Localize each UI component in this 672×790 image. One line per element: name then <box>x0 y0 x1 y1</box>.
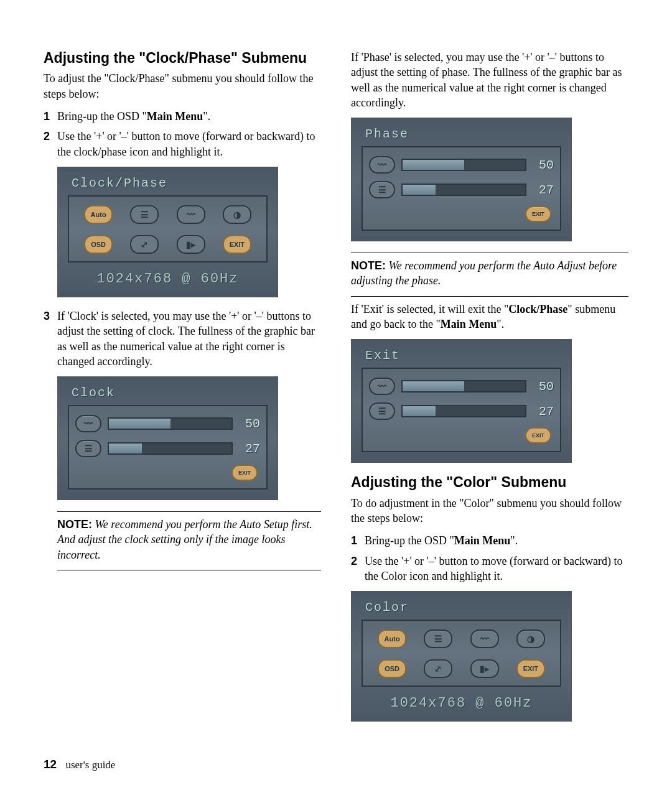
exit-icon: EXIT <box>231 465 258 481</box>
color-icon: ◑ <box>223 205 251 224</box>
note-separator <box>351 253 628 253</box>
exit-paragraph: If 'Exit' is selected, it will exit the … <box>351 302 628 332</box>
info-icon: ▮▸ <box>470 659 499 678</box>
wave-icon: 〰 <box>177 205 205 224</box>
phase-bar <box>401 184 526 196</box>
page-number: 12 <box>44 758 57 771</box>
exit-icon: EXIT <box>516 659 545 678</box>
osd-screenshot-clockphase-menu: Clock/Phase Auto ☰ 〰 ◑ OSD ⤢ ▮▸ EXIT 102… <box>57 167 278 297</box>
wave-icon: 〰 <box>369 156 395 174</box>
step1-part-a: Bring-up the OSD " <box>57 110 147 123</box>
list-icon: ☰ <box>369 181 395 198</box>
osd-title-color: Color <box>365 600 561 615</box>
info-icon: ▮▸ <box>177 235 205 254</box>
phase-value: 27 <box>533 183 554 197</box>
note-auto-adjust: NOTE: We recommend you perform the Auto … <box>351 258 628 289</box>
note-label: NOTE: <box>351 259 386 272</box>
exit-icon: EXIT <box>525 427 551 444</box>
phase-value: 27 <box>533 404 554 419</box>
auto-icon: Auto <box>84 205 113 224</box>
intro-clockphase: To adjust the "Clock/Phase" submenu you … <box>44 71 321 101</box>
phase-intro: If 'Phase' is selected, you may use the … <box>351 50 628 110</box>
list-icon: ☰ <box>130 205 159 224</box>
phase-bar <box>401 405 526 417</box>
note-separator <box>351 296 628 297</box>
cstep1-a: Bring-up the OSD " <box>365 534 454 547</box>
osd-screenshot-phase: Phase 〰 50 ☰ 27 EXIT <box>351 118 572 241</box>
note-text: We recommend you perform the Auto Adjust… <box>351 259 617 287</box>
step-1: Bring-up the OSD "Main Menu". <box>44 109 321 124</box>
wave-icon: 〰 <box>369 378 395 395</box>
note-text: We recommend you perform the Auto Setup … <box>57 518 312 561</box>
osd-title-exit: Exit <box>365 348 561 363</box>
exit-text-e: ". <box>497 318 504 330</box>
color-icon: ◑ <box>516 630 545 648</box>
osd-screenshot-exit: Exit 〰 50 ☰ 27 EXIT <box>351 339 572 463</box>
clock-bar <box>401 159 526 171</box>
expand-icon: ⤢ <box>424 659 452 678</box>
osd-screenshot-color-menu: Color Auto ☰ 〰 ◑ OSD ⤢ ▮▸ EXIT 1024x768 … <box>351 591 572 722</box>
note-label: NOTE: <box>57 518 92 531</box>
clock-value: 50 <box>533 158 554 172</box>
wave-icon: 〰 <box>470 630 499 648</box>
list-icon: ☰ <box>424 630 452 648</box>
osd-title-clock: Clock <box>72 386 268 400</box>
clock-value: 50 <box>239 417 260 431</box>
intro-color: To do adjustment in the "Color" submenu … <box>351 496 628 526</box>
exit-bold-clockphase: Clock/Phase <box>508 303 567 315</box>
section-heading-clockphase: Adjusting the "Clock/Phase" Submenu <box>44 50 321 66</box>
osd-icon: OSD <box>378 659 406 678</box>
color-step-2: Use the '+' or '–' button to move (forwa… <box>351 554 628 584</box>
osd-title-phase: Phase <box>365 127 561 141</box>
cstep1-c: ". <box>510 534 518 547</box>
list-icon: ☰ <box>369 402 395 420</box>
page-footer: 12 user's guide <box>0 758 672 790</box>
step1-part-c: ". <box>203 110 210 123</box>
osd-title: Clock/Phase <box>72 176 268 190</box>
osd-screenshot-clock: Clock 〰 50 ☰ 27 EXIT <box>57 376 278 500</box>
footer-label: user's guide <box>65 759 115 771</box>
osd-resolution: 1024x768 @ 60Hz <box>362 695 561 711</box>
step-2: Use the '+' or '–' button to move (forwa… <box>44 129 321 159</box>
clock-bar <box>108 417 233 430</box>
note-auto-setup: NOTE: We recommend you perform the Auto … <box>57 517 321 562</box>
auto-icon: Auto <box>378 630 406 648</box>
phase-value: 27 <box>239 442 260 456</box>
osd-icon: OSD <box>84 235 113 254</box>
cstep1-mainmenu: Main Menu <box>454 534 511 547</box>
clock-bar <box>401 380 526 393</box>
section-heading-color: Adjusting the "Color" Submenu <box>351 474 628 490</box>
clock-value: 50 <box>533 379 554 394</box>
exit-icon: EXIT <box>525 206 551 222</box>
osd-resolution: 1024x768 @ 60Hz <box>68 271 268 287</box>
phase-bar <box>108 442 233 455</box>
exit-text-a: If 'Exit' is selected, it will exit the … <box>351 303 508 315</box>
step1-mainmenu: Main Menu <box>147 110 203 123</box>
exit-bold-mainmenu: Main Menu <box>441 318 497 330</box>
step-3: If 'Clock' is selected, you may use the … <box>44 309 321 369</box>
color-step-1: Bring-up the OSD "Main Menu". <box>351 533 628 548</box>
note-separator <box>57 570 321 570</box>
list-icon: ☰ <box>75 440 101 457</box>
note-separator <box>57 511 321 512</box>
expand-icon: ⤢ <box>130 235 159 254</box>
wave-icon: 〰 <box>75 415 101 432</box>
exit-icon: EXIT <box>223 235 251 254</box>
